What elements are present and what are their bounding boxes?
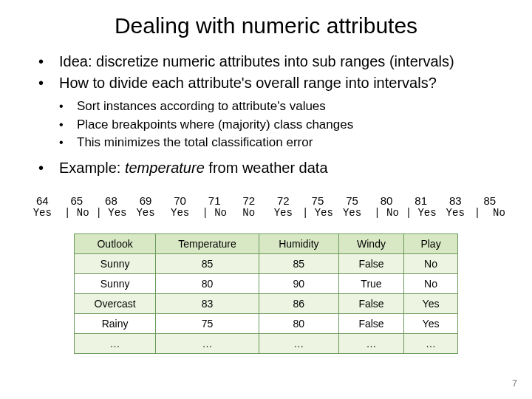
table-cell: No bbox=[404, 273, 458, 293]
table-cell: False bbox=[338, 293, 403, 313]
table-cell: No bbox=[404, 253, 458, 273]
table-cell: Yes bbox=[404, 293, 458, 313]
table-header-cell: Temperature bbox=[156, 233, 259, 253]
weather-table: OutlookTemperatureHumidityWindyPlay Sunn… bbox=[74, 233, 458, 354]
sequence-label: Yes bbox=[25, 207, 60, 219]
table-cell: 75 bbox=[156, 313, 259, 333]
bullet-example: Example: temperature from weather data bbox=[38, 158, 508, 178]
table-header-cell: Windy bbox=[338, 233, 403, 253]
sequence-label: Yes bbox=[129, 207, 163, 219]
sequence-value: 75 bbox=[301, 194, 335, 207]
sequence-value: 65 bbox=[60, 194, 95, 207]
table-row: …………… bbox=[75, 333, 458, 353]
sequence-value: 72 bbox=[231, 194, 266, 207]
table-cell: Rainy bbox=[75, 313, 156, 333]
sub-bullet-sort: Sort instances according to attribute's … bbox=[59, 98, 508, 116]
table-cell: … bbox=[404, 333, 458, 353]
sequence-label: | Yes bbox=[403, 207, 438, 219]
sequence-label: | No bbox=[473, 207, 508, 219]
sequence-value: 72 bbox=[266, 194, 301, 207]
table-cell: False bbox=[338, 253, 403, 273]
sequence-value: 83 bbox=[438, 194, 473, 207]
sub-bullet-list: Sort instances according to attribute's … bbox=[24, 98, 508, 152]
sequence-label: | No bbox=[197, 207, 232, 219]
table-header-cell: Play bbox=[404, 233, 458, 253]
example-suffix: from weather data bbox=[205, 160, 328, 176]
sub-bullet-minimize: This minimizes the total classification … bbox=[59, 134, 508, 152]
table-cell: … bbox=[259, 333, 338, 353]
table-cell: Sunny bbox=[75, 273, 156, 293]
sequence-label: No bbox=[231, 207, 266, 219]
sequence-label: | No bbox=[369, 207, 404, 219]
sequence-label: | Yes bbox=[94, 207, 129, 219]
table-header-cell: Humidity bbox=[259, 233, 338, 253]
bullet-howto: How to divide each attribute's overall r… bbox=[38, 73, 508, 93]
table-cell: … bbox=[75, 333, 156, 353]
table-cell: … bbox=[156, 333, 259, 353]
sequence-value: 64 bbox=[25, 194, 60, 207]
sequence-value: 75 bbox=[335, 194, 369, 207]
table-cell: 86 bbox=[259, 293, 338, 313]
sequence-label: Yes bbox=[335, 207, 369, 219]
table-header-row: OutlookTemperatureHumidityWindyPlay bbox=[75, 233, 458, 253]
example-bullet-list: Example: temperature from weather data bbox=[24, 158, 508, 178]
sequence-labels-row: Yes| No| YesYesYes| NoNoYes| YesYes| No|… bbox=[25, 207, 507, 219]
table-header-cell: Outlook bbox=[75, 233, 156, 253]
table-cell: 80 bbox=[156, 273, 259, 293]
table-cell: True bbox=[338, 273, 403, 293]
table-row: Sunny8585FalseNo bbox=[75, 253, 458, 273]
table-cell: Sunny bbox=[75, 253, 156, 273]
table-cell: False bbox=[338, 313, 403, 333]
example-prefix: Example: bbox=[59, 160, 125, 176]
sequence-value: 68 bbox=[94, 194, 129, 207]
sequence-value: 71 bbox=[197, 194, 232, 207]
bullet-idea: Idea: discretize numeric attributes into… bbox=[38, 52, 508, 72]
sequence-values-row: 6465686970717272757580818385 bbox=[25, 194, 507, 207]
sequence-label: Yes bbox=[266, 207, 301, 219]
table-cell: 90 bbox=[259, 273, 338, 293]
sequence-value: 80 bbox=[369, 194, 404, 207]
table-cell: Overcast bbox=[75, 293, 156, 313]
example-ital: temperature bbox=[125, 160, 205, 176]
table-cell: 83 bbox=[156, 293, 259, 313]
table-row: Sunny8090TrueNo bbox=[75, 273, 458, 293]
sequence-value: 85 bbox=[473, 194, 508, 207]
table-cell: 80 bbox=[259, 313, 338, 333]
table-cell: … bbox=[338, 333, 403, 353]
table-cell: Yes bbox=[404, 313, 458, 333]
page-number: 7 bbox=[512, 378, 517, 389]
main-bullet-list: Idea: discretize numeric attributes into… bbox=[24, 52, 508, 93]
sequence-label: | No bbox=[60, 207, 95, 219]
table-cell: 85 bbox=[156, 253, 259, 273]
sequence-value: 69 bbox=[129, 194, 163, 207]
sequence-label: Yes bbox=[163, 207, 197, 219]
sequence-label: Yes bbox=[438, 207, 473, 219]
temperature-sequence: 6465686970717272757580818385 Yes| No| Ye… bbox=[24, 194, 508, 219]
sub-bullet-breakpoints: Place breakpoints where (majority) class… bbox=[59, 116, 508, 134]
slide-title: Dealing with numeric attributes bbox=[24, 13, 508, 38]
sequence-value: 81 bbox=[403, 194, 438, 207]
sequence-label: | Yes bbox=[301, 207, 335, 219]
table-row: Overcast8386FalseYes bbox=[75, 293, 458, 313]
table-row: Rainy7580FalseYes bbox=[75, 313, 458, 333]
table-cell: 85 bbox=[259, 253, 338, 273]
sequence-value: 70 bbox=[163, 194, 197, 207]
